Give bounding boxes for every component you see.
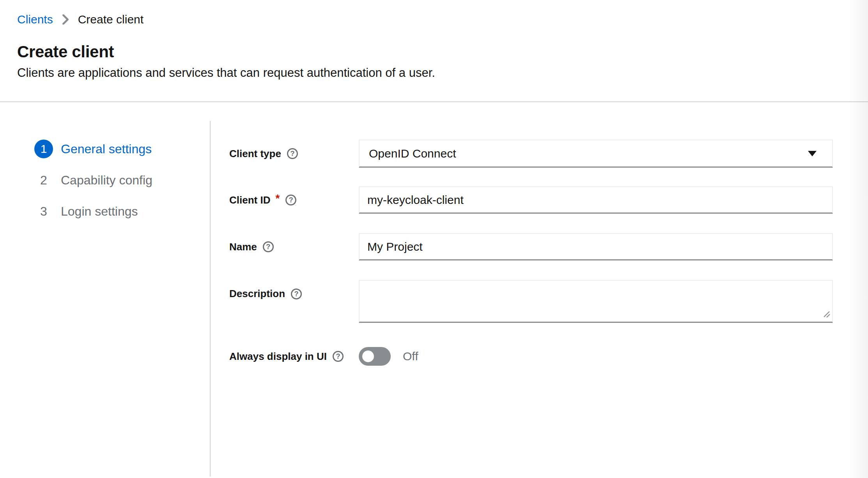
breadcrumb: Clients Create client xyxy=(17,12,868,27)
wizard-step-login-settings[interactable]: 3 Login settings xyxy=(34,202,210,221)
toggle-state-label: Off xyxy=(403,350,418,363)
always-display-label: Always display in UI xyxy=(229,351,327,363)
description-textarea[interactable] xyxy=(359,280,833,323)
step-number-badge: 3 xyxy=(34,202,53,221)
breadcrumb-current: Create client xyxy=(78,12,143,27)
form-row-name: Name ? xyxy=(229,233,833,260)
page-header: Clients Create client Create client Clie… xyxy=(0,0,868,102)
page-description: Clients are applications and services th… xyxy=(17,66,868,80)
breadcrumb-link-clients[interactable]: Clients xyxy=(17,12,53,27)
required-indicator: * xyxy=(275,192,280,205)
form-row-description: Description ? xyxy=(229,280,833,323)
description-label: Description xyxy=(229,288,285,300)
chevron-right-icon xyxy=(62,14,69,25)
name-input[interactable] xyxy=(359,233,833,260)
help-icon[interactable]: ? xyxy=(287,148,298,159)
client-type-select[interactable]: OpenID Connect xyxy=(359,140,833,168)
help-icon[interactable]: ? xyxy=(263,241,274,252)
help-icon[interactable]: ? xyxy=(285,195,296,205)
form-row-client-id: Client ID * ? xyxy=(229,186,833,214)
step-label: Login settings xyxy=(61,204,138,219)
general-settings-form: Client type ? OpenID Connect Client ID *… xyxy=(211,121,868,476)
wizard-nav: 1 General settings 2 Capability config 3… xyxy=(0,121,211,476)
toggle-knob xyxy=(362,351,374,362)
help-icon[interactable]: ? xyxy=(291,289,302,299)
caret-down-icon xyxy=(808,151,817,156)
form-row-always-display: Always display in UI ? Off xyxy=(229,347,833,366)
wizard-step-general-settings[interactable]: 1 General settings xyxy=(34,140,210,158)
client-id-label: Client ID xyxy=(229,194,270,206)
step-label: General settings xyxy=(61,142,152,156)
wizard-step-capability-config[interactable]: 2 Capability config xyxy=(34,171,210,189)
page-title: Create client xyxy=(17,42,868,62)
help-icon[interactable]: ? xyxy=(333,351,344,362)
name-label: Name xyxy=(229,241,257,253)
create-client-wizard: 1 General settings 2 Capability config 3… xyxy=(0,121,868,476)
form-row-client-type: Client type ? OpenID Connect xyxy=(229,140,833,168)
client-type-selected-value: OpenID Connect xyxy=(369,147,456,160)
step-number-badge: 2 xyxy=(34,171,53,189)
client-id-input[interactable] xyxy=(359,186,833,214)
client-type-label: Client type xyxy=(229,148,281,160)
step-label: Capability config xyxy=(61,173,152,188)
step-number-badge: 1 xyxy=(34,140,53,158)
always-display-toggle[interactable] xyxy=(359,347,391,366)
